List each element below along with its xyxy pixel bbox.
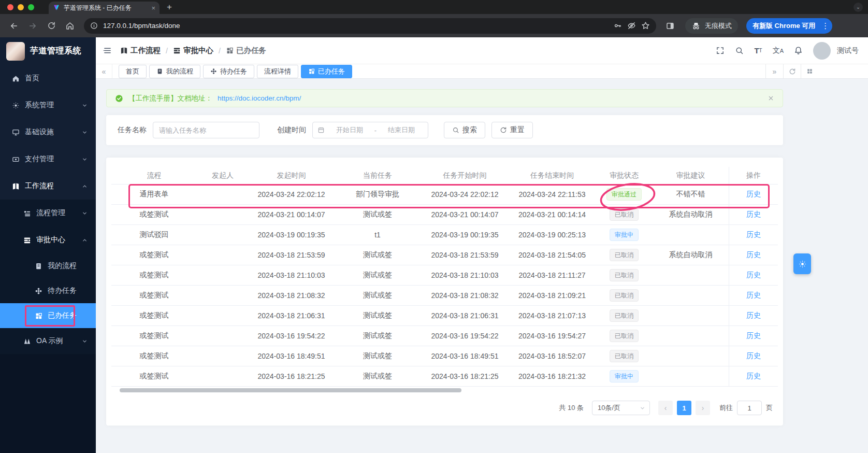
task-name-input[interactable]: [153, 122, 259, 138]
breadcrumb-separator: /: [219, 47, 221, 55]
workflow-icon: [11, 182, 20, 190]
status-cell: 已取消: [596, 306, 653, 325]
search-form: 任务名称 创建时间 开始日期 - 结束日期 搜索 重置: [106, 115, 783, 145]
history-link[interactable]: 历史: [746, 331, 761, 341]
table-cell: 2024-03-16 18:21:25: [249, 366, 334, 386]
tab-search-chevron-icon[interactable]: ⌄: [853, 3, 863, 12]
history-link[interactable]: 历史: [746, 311, 761, 320]
address-bar[interactable]: 127.0.0.1/bpm/task/done: [84, 18, 656, 34]
range-separator: -: [374, 126, 377, 134]
sidebar-item-home[interactable]: 首页: [0, 65, 96, 92]
tab-process-detail[interactable]: 流程详情: [257, 65, 298, 78]
breadcrumb: 工作流程 / 审批中心 / 已办任务: [120, 46, 266, 55]
sidebar-item-my-process[interactable]: 我的流程: [0, 253, 96, 278]
layout-grid-icon[interactable]: [801, 64, 818, 78]
home-button[interactable]: [62, 18, 78, 34]
history-link[interactable]: 历史: [746, 291, 761, 300]
table-cell: 2024-03-24 22:02:12: [249, 185, 334, 204]
sidebar-item-process-mgmt[interactable]: 流程管理: [0, 200, 96, 227]
history-link[interactable]: 历史: [746, 271, 761, 280]
sidebar-item-infra[interactable]: 基础设施: [0, 119, 96, 146]
sidebar-item-system[interactable]: 系统管理: [0, 92, 96, 119]
page-size-select[interactable]: 10条/页: [592, 401, 650, 415]
success-check-icon: [115, 94, 123, 103]
close-alert-icon[interactable]: [768, 95, 774, 102]
back-button[interactable]: [6, 18, 22, 34]
breadcrumb-approval-center[interactable]: 审批中心: [173, 46, 213, 55]
task-table-card: 流程发起人发起时间当前任务任务开始时间任务结束时间审批状态审批建议操作 通用表单…: [106, 158, 783, 426]
tab-done-tasks[interactable]: 已办任务: [301, 65, 352, 78]
sidebar-item-approval-center[interactable]: 审批中心: [0, 227, 96, 253]
history-link[interactable]: 历史: [746, 351, 761, 361]
minimize-window-button[interactable]: [18, 4, 24, 10]
sidebar-item-label: 支付管理: [25, 154, 54, 164]
history-link[interactable]: 历史: [746, 190, 761, 199]
prev-page-button[interactable]: ‹: [658, 401, 673, 415]
history-link[interactable]: 历史: [746, 230, 761, 239]
browser-menu-icon[interactable]: ⋮: [821, 21, 829, 31]
gear-icon: [11, 101, 20, 109]
table-cell: 2024-03-16 18:49:51: [421, 346, 509, 366]
sidebar-item-oa-example[interactable]: OA 示例: [0, 328, 96, 354]
close-window-button[interactable]: [7, 4, 13, 10]
forward-button[interactable]: [25, 18, 40, 34]
status-badge: 已取消: [610, 350, 639, 362]
sidebar-item-label: 已办任务: [48, 311, 77, 320]
search-button[interactable]: 搜索: [444, 122, 485, 138]
scroll-right-icon[interactable]: »: [765, 64, 783, 78]
suggestion-cell: 系统自动取消: [653, 205, 729, 224]
table-cell: 2024-03-21 00:14:14: [509, 205, 596, 224]
font-size-icon[interactable]: TT: [754, 46, 762, 55]
history-link[interactable]: 历史: [746, 372, 761, 381]
new-tab-button[interactable]: +: [167, 2, 172, 12]
history-link[interactable]: 历史: [746, 250, 761, 260]
chevron-up-icon: [82, 183, 88, 189]
sidebar-item-label: 审批中心: [36, 235, 65, 245]
action-cell: 历史: [729, 265, 778, 285]
doc-link[interactable]: https://doc.iocoder.cn/bpm/: [218, 94, 301, 102]
maximize-window-button[interactable]: [28, 4, 34, 10]
sidebar-item-pay[interactable]: 支付管理: [0, 146, 96, 173]
goto-page-input[interactable]: [737, 401, 762, 415]
tab-my-process[interactable]: 我的流程: [149, 65, 200, 78]
table-cell: 2024-03-19 00:25:13: [509, 225, 596, 245]
table-cell: 通用表单: [111, 185, 197, 204]
sidebar-item-workflow[interactable]: 工作流程: [0, 173, 96, 200]
browser-tab[interactable]: 芋道管理系统 - 已办任务 ×: [49, 2, 160, 14]
tab-home[interactable]: 首页: [119, 65, 147, 78]
hamburger-icon[interactable]: [103, 46, 112, 55]
date-range-picker[interactable]: 开始日期 - 结束日期: [312, 122, 428, 138]
reload-button[interactable]: [44, 18, 59, 34]
sidebar-item-todo-tasks[interactable]: 待办任务: [0, 278, 96, 303]
search-icon[interactable]: [735, 46, 744, 55]
table-cell: [197, 286, 249, 305]
breadcrumb-workflow[interactable]: 工作流程: [120, 46, 161, 55]
reset-button[interactable]: 重置: [491, 122, 533, 138]
table-cell: 2024-03-18 21:08:32: [249, 286, 334, 305]
next-page-button[interactable]: ›: [696, 401, 710, 415]
page-number-button[interactable]: 1: [677, 401, 691, 415]
workflow-submenu: 流程管理 审批中心 我的流程 待办任务 已办任务 OA: [0, 200, 96, 354]
close-tab-icon[interactable]: ×: [151, 4, 155, 12]
user-avatar[interactable]: [813, 42, 831, 60]
sidebar-item-done-tasks[interactable]: 已办任务: [0, 303, 96, 328]
status-badge: 已取消: [610, 330, 639, 342]
fullscreen-icon[interactable]: [716, 46, 725, 55]
refresh-view-icon[interactable]: [783, 64, 801, 78]
site-info-icon[interactable]: [90, 22, 98, 30]
eye-off-icon[interactable]: [627, 21, 636, 30]
chevron-down-icon: [82, 130, 88, 135]
language-icon[interactable]: 文A: [773, 46, 784, 55]
create-time-label: 创建时间: [277, 125, 306, 135]
history-link[interactable]: 历史: [746, 210, 761, 219]
start-date-placeholder: 开始日期: [328, 125, 371, 135]
theme-settings-button[interactable]: [793, 253, 811, 274]
bookmark-star-icon[interactable]: [641, 21, 650, 30]
scroll-left-icon[interactable]: «: [96, 64, 112, 78]
side-panel-icon[interactable]: [662, 18, 678, 34]
password-key-icon[interactable]: [613, 21, 622, 30]
scrollbar-thumb[interactable]: [120, 388, 461, 392]
tab-todo-tasks[interactable]: 待办任务: [203, 65, 254, 78]
bell-icon[interactable]: [794, 46, 803, 55]
chrome-update-button[interactable]: 有新版 Chrome 可用 ⋮: [746, 18, 832, 34]
